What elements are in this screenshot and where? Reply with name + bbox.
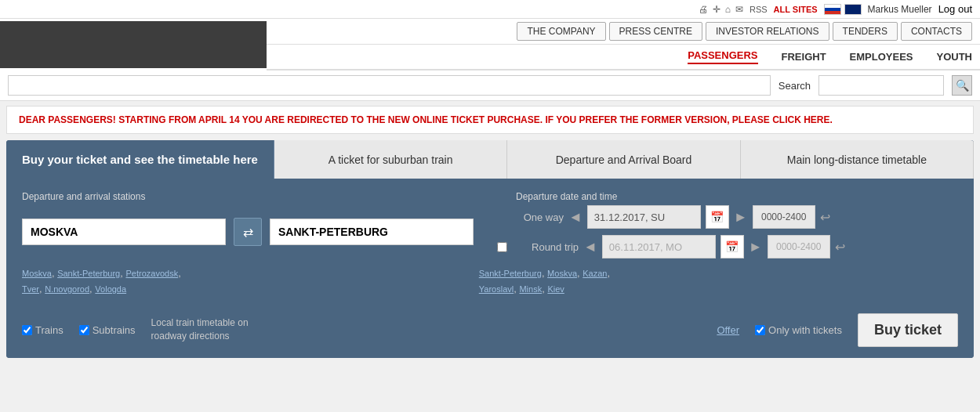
suggestion-minsk[interactable]: Minsk bbox=[519, 284, 542, 294]
trains-checkbox[interactable] bbox=[22, 325, 32, 335]
search-label: Search bbox=[779, 80, 811, 92]
suggestion-tver[interactable]: Tver bbox=[22, 284, 39, 294]
allsites-label[interactable]: ALL SITES bbox=[774, 5, 818, 14]
departure-section-label: Departure and arrival stations bbox=[22, 191, 516, 202]
suggestions-row: Moskva, Sankt-Peterburg, Petrozavodsk, T… bbox=[22, 266, 958, 298]
date2-input[interactable] bbox=[602, 235, 716, 258]
suggestion-moskva[interactable]: Moskva bbox=[22, 269, 52, 278]
round-trip-label: Round trip bbox=[512, 241, 579, 253]
from-station-input[interactable] bbox=[22, 219, 226, 245]
main-content: Buy your ticket and see the timetable he… bbox=[6, 140, 974, 358]
home-icon[interactable]: ⌂ bbox=[725, 4, 731, 15]
bottom-left: Trains Subtrains Local train timetable o… bbox=[22, 316, 277, 343]
form-area: Departure and arrival stations Departure… bbox=[6, 179, 974, 305]
nav-bar: THE COMPANY PRESS CENTRE INVESTOR RELATI… bbox=[267, 19, 980, 45]
only-tickets-checkbox[interactable] bbox=[755, 325, 765, 335]
print-icon[interactable]: 🖨 bbox=[699, 4, 708, 15]
time2-arrow[interactable]: ↩ bbox=[835, 240, 845, 255]
trains-label: Trains bbox=[35, 324, 64, 336]
search-button[interactable]: 🔍 bbox=[952, 75, 972, 96]
suggestion-moskva2[interactable]: Moskva bbox=[547, 269, 577, 278]
date1-left-arrow[interactable]: ◄ bbox=[568, 209, 583, 226]
date1-input[interactable] bbox=[587, 205, 701, 229]
search-right-input[interactable] bbox=[818, 75, 944, 96]
suggestions-left: Moskva, Sankt-Peterburg, Petrozavodsk, T… bbox=[22, 266, 181, 298]
one-way-label: One way bbox=[497, 211, 564, 223]
time2-input[interactable] bbox=[768, 235, 830, 258]
time1-input[interactable] bbox=[753, 205, 815, 229]
only-tickets-label: Only with tickets bbox=[768, 324, 842, 336]
bottom-row: Trains Subtrains Local train timetable o… bbox=[6, 305, 974, 358]
one-way-row: One way ◄ 📅 ► ↩ bbox=[497, 205, 845, 229]
suggestion-kazan[interactable]: Kazan bbox=[583, 269, 607, 278]
form-inputs-row: ⇄ One way ◄ 📅 ► ↩ Round trip bbox=[22, 205, 958, 258]
date-section-label: Departure date and time bbox=[516, 191, 617, 202]
suggestion-vologda[interactable]: Vologda bbox=[95, 284, 126, 294]
trains-checkbox-item: Trains bbox=[22, 324, 64, 336]
nav-press-centre[interactable]: PRESS CENTRE bbox=[609, 22, 702, 41]
alert-suffix: . bbox=[830, 114, 833, 125]
tab-buy-ticket[interactable]: Buy your ticket and see the timetable he… bbox=[6, 140, 274, 179]
email-icon[interactable]: ✉ bbox=[735, 4, 743, 15]
logo-area bbox=[0, 21, 267, 68]
user-name: Markus Mueller bbox=[868, 4, 932, 15]
secnav-youth[interactable]: YOUTH bbox=[937, 51, 973, 63]
date-section: One way ◄ 📅 ► ↩ Round trip ◄ 📅 bbox=[497, 205, 845, 258]
suggestion-kiev[interactable]: Kiev bbox=[547, 284, 564, 294]
suggestion-nnovgorod[interactable]: N.novgorod bbox=[45, 284, 89, 294]
tab-timetable[interactable]: Main long-distance timetable bbox=[741, 140, 974, 179]
offer-link[interactable]: Offer bbox=[717, 324, 739, 336]
suggestion-yaroslavl[interactable]: Yaroslavl bbox=[479, 284, 514, 294]
only-tickets-row: Only with tickets bbox=[755, 324, 842, 336]
nav-the-company[interactable]: THE COMPANY bbox=[517, 22, 605, 41]
logout-link[interactable]: Log out bbox=[938, 3, 972, 15]
secnav-freight[interactable]: FREIGHT bbox=[782, 51, 826, 63]
nav-contacts[interactable]: CONTACTS bbox=[901, 22, 972, 41]
plus-icon[interactable]: ✛ bbox=[713, 4, 720, 15]
secnav-passengers[interactable]: PASSENGERS bbox=[688, 49, 757, 64]
utility-icons: 🖨 ✛ ⌂ ✉ bbox=[699, 4, 743, 15]
subtrains-checkbox-item: Subtrains bbox=[79, 324, 136, 336]
alert-banner: DEAR PASSENGERS! STARTING FROM APRIL 14 … bbox=[6, 106, 974, 134]
subtrains-checkbox[interactable] bbox=[79, 325, 89, 335]
calendar1-button[interactable]: 📅 bbox=[706, 205, 729, 229]
suggestion-spb2[interactable]: Sankt-Peterburg bbox=[479, 269, 542, 278]
round-trip-checkbox-row: Round trip bbox=[497, 241, 579, 253]
round-trip-checkbox[interactable] bbox=[497, 242, 507, 252]
time1-arrow[interactable]: ↩ bbox=[820, 210, 830, 225]
rss-label[interactable]: RSS bbox=[750, 5, 768, 14]
tabs-row: Buy your ticket and see the timetable he… bbox=[6, 140, 974, 179]
date1-right-arrow[interactable]: ► bbox=[734, 209, 748, 226]
flag-ru[interactable] bbox=[824, 4, 841, 15]
local-timetable-text: Local train timetable on roadway directi… bbox=[151, 316, 277, 343]
search-bar: Search 🔍 bbox=[0, 70, 980, 101]
flag-en[interactable] bbox=[844, 4, 862, 15]
date2-left-arrow[interactable]: ◄ bbox=[583, 239, 597, 255]
tab-departure-board[interactable]: Departure and Arrival Board bbox=[507, 140, 740, 179]
suggestion-spb[interactable]: Sankt-Peterburg bbox=[57, 269, 120, 278]
alert-text: DEAR PASSENGERS! STARTING FROM APRIL 14 … bbox=[19, 114, 804, 125]
to-station-input[interactable] bbox=[270, 219, 474, 245]
swap-stations-button[interactable]: ⇄ bbox=[234, 218, 262, 246]
tab-suburban[interactable]: A ticket for suburban train bbox=[274, 140, 507, 179]
header: THE COMPANY PRESS CENTRE INVESTOR RELATI… bbox=[0, 19, 980, 70]
main-search-input[interactable] bbox=[8, 75, 771, 96]
nav-investor-relations[interactable]: INVESTOR RELATIONS bbox=[706, 22, 829, 41]
round-trip-row: Round trip ◄ 📅 ► ↩ bbox=[497, 235, 845, 258]
alert-link[interactable]: HERE bbox=[804, 114, 829, 125]
suggestions-right: Sankt-Peterburg, Moskva, Kazan, Yaroslav… bbox=[479, 266, 610, 298]
calendar2-button[interactable]: 📅 bbox=[720, 235, 744, 258]
top-bar: 🖨 ✛ ⌂ ✉ RSS ALL SITES Markus Mueller Log… bbox=[0, 0, 980, 19]
labels-row: Departure and arrival stations Departure… bbox=[22, 191, 958, 202]
buy-ticket-button[interactable]: Buy ticket bbox=[858, 313, 958, 347]
sec-nav: PASSENGERS FREIGHT EMPLOYEES YOUTH bbox=[267, 45, 980, 70]
subtrains-label: Subtrains bbox=[93, 324, 136, 336]
date2-right-arrow[interactable]: ► bbox=[749, 239, 763, 255]
secnav-employees[interactable]: EMPLOYEES bbox=[850, 51, 913, 63]
nav-tenders[interactable]: TENDERS bbox=[833, 22, 898, 41]
bottom-right: Offer Only with tickets Buy ticket bbox=[717, 313, 958, 347]
suggestion-petro[interactable]: Petrozavodsk bbox=[125, 269, 178, 278]
language-flags bbox=[824, 4, 862, 15]
